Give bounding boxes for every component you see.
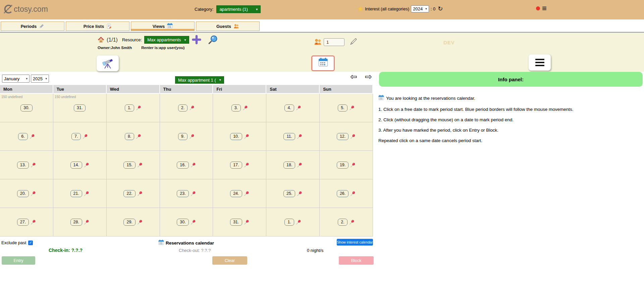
exclude-past-checkbox[interactable]: ✓ — [28, 241, 33, 245]
month-select[interactable]: January ▾ — [2, 75, 30, 83]
calendar-day-cell[interactable]: 26. — [320, 179, 373, 208]
edit-pencil-icon[interactable] — [350, 37, 358, 47]
resource-select[interactable]: Max appartments ▾ — [144, 36, 189, 44]
calendar-day-cell[interactable]: 30. — [160, 208, 213, 236]
date-button[interactable]: 28. — [70, 219, 82, 226]
year-select[interactable]: 2025 ▾ — [31, 75, 49, 83]
calendar-day-cell[interactable]: 13. — [0, 151, 53, 179]
date-button[interactable]: 31. — [74, 104, 86, 112]
date-button[interactable]: 3. — [231, 104, 241, 112]
calendar-day-cell[interactable]: 19. — [320, 151, 373, 179]
calendar-day-cell[interactable]: 11. — [266, 122, 320, 151]
calendar-day-cell[interactable]: 2. — [160, 94, 213, 122]
calendar-day-cell[interactable]: 1. — [266, 208, 320, 236]
date-button[interactable]: 30. — [20, 104, 32, 112]
date-button[interactable]: 2. — [178, 104, 187, 112]
refresh-icon[interactable]: ↻ — [438, 5, 443, 12]
apartment-unit-select[interactable]: Max appartment 1 ( ▾ — [175, 76, 224, 84]
date-button[interactable]: 23. — [177, 190, 189, 197]
calendar-day-cell[interactable]: 12. — [320, 122, 373, 151]
calendar-day-cell[interactable]: 28. — [53, 208, 107, 236]
tab-periods[interactable]: Periods — [1, 21, 64, 31]
date-button[interactable]: 1. — [125, 104, 134, 112]
pushpin-icon — [190, 162, 196, 168]
date-button[interactable]: 27. — [17, 219, 29, 226]
date-button[interactable]: 20. — [17, 190, 29, 197]
main-tabs: Periods Price lists Views Gues — [1, 21, 260, 31]
entry-button[interactable]: Entry — [2, 256, 35, 265]
calendar-day-cell[interactable]: 14. — [53, 151, 107, 179]
calendar-day-cell[interactable]: 18. — [266, 151, 320, 179]
renter-text: Renter is:app user(you) — [141, 46, 184, 50]
calendar-day-cell[interactable]: 5. — [320, 94, 373, 122]
site-logo[interactable]: ctosy.com — [3, 4, 48, 14]
date-button[interactable]: 22. — [123, 190, 135, 197]
date-button[interactable]: 11. — [283, 133, 295, 140]
calendar-day-cell[interactable]: 10. — [213, 122, 266, 151]
calendar-day-cell[interactable]: 17. — [213, 151, 266, 179]
block-button[interactable]: Block — [339, 256, 374, 265]
date-button[interactable]: 31. — [230, 219, 242, 226]
search-resource-button[interactable] — [208, 35, 218, 46]
date-button[interactable]: 15. — [123, 162, 135, 169]
tab-guests[interactable]: Guests — [196, 21, 260, 31]
tab-views[interactable]: Views — [131, 21, 195, 31]
calendar-day-cell[interactable]: 6. — [0, 122, 53, 151]
calendar-day-cell[interactable]: 29. — [107, 208, 160, 236]
calendar-day-cell[interactable]: 150 undefined30. — [0, 94, 53, 122]
calendar-day-cell[interactable]: 16. — [160, 151, 213, 179]
clear-button[interactable]: Clear — [212, 256, 247, 265]
date-button[interactable]: 16. — [177, 162, 189, 169]
calendar-day-cell[interactable]: 25. — [266, 179, 320, 208]
date-button[interactable]: 4. — [284, 104, 294, 112]
calendar-day-cell[interactable]: 7. — [53, 122, 107, 151]
date-button[interactable]: 19. — [337, 162, 348, 169]
calendar-day-cell[interactable]: 31. — [213, 208, 266, 236]
date-button[interactable]: 8. — [125, 133, 134, 140]
date-button[interactable]: 7. — [71, 133, 81, 140]
date-button[interactable]: 17. — [230, 162, 242, 169]
date-button[interactable]: 12. — [337, 133, 348, 140]
date-button[interactable]: 6. — [18, 133, 28, 140]
calendar-day-cell[interactable]: 23. — [160, 179, 213, 208]
date-button[interactable]: 5. — [338, 104, 347, 112]
reservations-view-button[interactable] — [311, 55, 335, 71]
interest-year-select[interactable]: 2024 ▾ — [411, 5, 429, 12]
date-button[interactable]: 10. — [230, 133, 242, 140]
date-button[interactable]: 9. — [178, 133, 187, 140]
hamburger-menu-icon[interactable]: ≡ — [542, 5, 547, 12]
date-button[interactable]: 25. — [283, 190, 295, 197]
calendar-day-cell[interactable]: 4. — [266, 94, 320, 122]
date-button[interactable]: 21. — [70, 190, 82, 197]
date-button[interactable]: 14. — [70, 162, 82, 169]
date-button[interactable]: 26. — [337, 190, 348, 197]
date-button[interactable]: 18. — [283, 162, 295, 169]
show-interest-calendar-button[interactable]: Show interest calendar — [337, 239, 373, 246]
occupancy-input[interactable]: 1 — [324, 38, 344, 46]
date-button[interactable]: 24. — [230, 190, 242, 197]
panel-menu-button[interactable] — [529, 54, 551, 71]
previous-month-arrow[interactable]: ⇦ — [350, 72, 357, 82]
overview-telescope-button[interactable] — [97, 55, 119, 71]
calendar-day-cell[interactable]: 15. — [107, 151, 160, 179]
add-resource-button[interactable] — [192, 35, 201, 46]
calendar-day-cell[interactable]: 1. — [107, 94, 160, 122]
date-button[interactable]: 30. — [177, 219, 189, 226]
calendar-day-cell[interactable]: 3. — [213, 94, 266, 122]
calendar-day-cell[interactable]: 21. — [53, 179, 107, 208]
tab-price-lists[interactable]: Price lists — [66, 21, 129, 31]
calendar-day-cell[interactable]: 20. — [0, 179, 53, 208]
date-button[interactable]: 29. — [123, 219, 135, 226]
date-button[interactable]: 2. — [338, 219, 347, 226]
calendar-day-cell[interactable]: 8. — [107, 122, 160, 151]
date-button[interactable]: 13. — [17, 162, 29, 169]
date-button[interactable]: 1. — [284, 219, 294, 226]
category-select[interactable]: apartments (1) ▾ — [216, 5, 261, 13]
calendar-day-cell[interactable]: 2. — [320, 208, 373, 236]
calendar-day-cell[interactable]: 27. — [0, 208, 53, 236]
calendar-day-cell[interactable]: 150 undefined31. — [53, 94, 107, 122]
calendar-day-cell[interactable]: 24. — [213, 179, 266, 208]
next-month-arrow[interactable]: ⇨ — [365, 72, 372, 82]
calendar-day-cell[interactable]: 9. — [160, 122, 213, 151]
calendar-day-cell[interactable]: 22. — [107, 179, 160, 208]
